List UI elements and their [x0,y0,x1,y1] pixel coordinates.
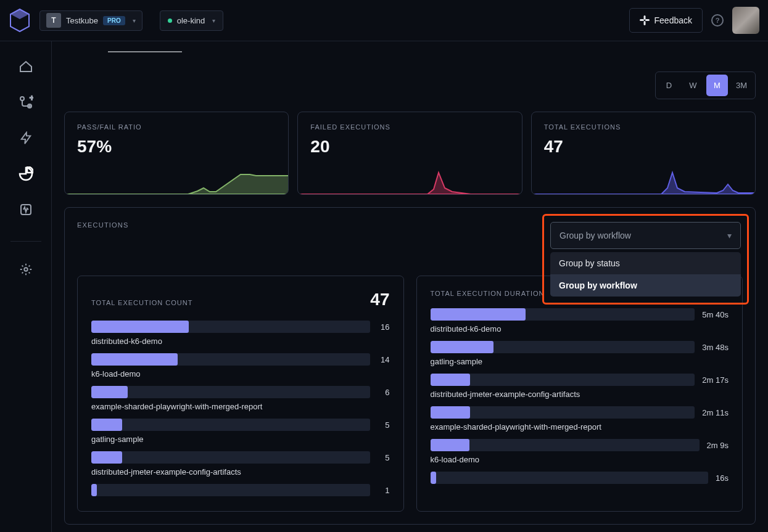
bar-value: 2m 17s [702,375,729,385]
slack-icon [640,15,650,25]
nav-status-icon[interactable] [18,202,34,218]
sparkline-chart [532,170,756,194]
chevron-down-icon: ▾ [212,17,215,24]
executions-panel: EXECUTIONS Group by workflow ▾ Group by … [64,207,756,525]
bar-value: 5 [378,420,390,430]
org-selector[interactable]: T Testkube PRO ▾ [39,10,142,31]
nav-settings-icon[interactable] [18,261,34,277]
range-day[interactable]: D [658,75,680,96]
metric-value: 47 [544,137,743,157]
svg-rect-0 [640,19,644,21]
metric-failed[interactable]: FAILED EXECUTIONS 20 [297,112,522,195]
svg-point-4 [20,97,24,100]
bar-fill [91,484,97,496]
range-group: D W M 3M [655,72,756,99]
bar-row[interactable]: 5m 40sdistributed-k6-demo [431,308,729,334]
bar-bg [431,472,709,484]
feedback-button[interactable]: Feedback [629,8,703,33]
bar-fill [431,439,469,451]
groupby-select[interactable]: Group by workflow ▾ [550,222,741,249]
metric-total[interactable]: TOTAL EXECUTIONS 47 [531,112,756,195]
nav-insights-icon[interactable] [18,166,34,182]
bar-row[interactable]: 2m 9sk6-load-demo [431,439,729,464]
svg-point-6 [29,105,30,107]
bar-row[interactable]: 2m 11sexample-sharded-playwright-with-me… [431,406,729,432]
bar-value: 16s [716,473,729,483]
status-dot-icon [168,18,172,23]
pro-badge: PRO [103,16,125,25]
bar-value: 5 [378,453,390,462]
exec-count-column: TOTAL EXECUTION COUNT 47 16distributed-k… [77,276,404,512]
bar-row[interactable]: 2m 17sdistributed-jmeter-example-config-… [431,374,729,399]
bar-bg [91,484,370,496]
svg-point-9 [24,268,28,271]
bar-row[interactable]: 14k6-load-demo [91,353,390,379]
bar-fill [431,472,436,484]
bar-fill [91,353,178,366]
bar-bg [91,419,370,431]
sparkline-chart [298,170,522,194]
svg-rect-2 [643,15,645,20]
svg-text:+: + [30,95,33,102]
metric-label: PASS/FAIL RATIO [77,123,276,131]
sparkline-chart [65,170,289,194]
bar-value: 2m 9s [707,441,729,450]
bar-label: k6-load-demo [91,369,390,379]
user-avatar[interactable] [732,7,759,34]
bar-row[interactable]: 16distributed-k6-demo [91,321,390,346]
exec-col-title: TOTAL EXECUTION DURATION [431,290,545,297]
range-week[interactable]: W [682,75,704,96]
bar-bg [431,341,695,353]
bar-fill [91,386,128,398]
bar-bg [91,321,370,333]
env-selector[interactable]: ole-kind ▾ [160,10,224,31]
env-name: ole-kind [177,16,205,25]
bar-label: distributed-jmeter-example-config-artifa… [91,467,390,477]
bar-label: gatling-sample [91,435,390,444]
active-tab-underline [108,51,182,52]
main-content: D W M 3M PASS/FAIL RATIO 57% FAILED EXEC… [52,41,768,532]
groupby-highlight: Group by workflow ▾ Group by status Grou… [542,214,749,305]
bar-row[interactable]: 5distributed-jmeter-example-config-artif… [91,451,390,477]
nav-triggers-icon[interactable] [18,130,34,146]
chevron-down-icon: ▾ [727,231,732,240]
bar-value: 5m 40s [702,310,729,319]
bar-label: gatling-sample [431,357,729,366]
bar-fill [431,308,526,321]
bar-fill [91,451,122,464]
bar-value: 14 [378,355,390,364]
groupby-option-status[interactable]: Group by status [550,252,741,274]
bar-bg [91,451,370,464]
bar-row[interactable]: 6example-sharded-playwright-with-merged-… [91,386,390,411]
metric-pass-fail[interactable]: PASS/FAIL RATIO 57% [64,112,289,195]
bar-value: 3m 48s [702,343,729,352]
bar-bg [431,308,695,321]
bar-fill [91,419,122,431]
bar-row[interactable]: 3m 48sgatling-sample [431,341,729,366]
bar-row[interactable]: 5gatling-sample [91,419,390,444]
exec-duration-column: TOTAL EXECUTION DURATION 5m 40sdistribut… [416,276,743,512]
range-month[interactable]: M [706,75,728,96]
bar-bg [91,353,370,366]
bar-row[interactable]: 1 [91,484,390,496]
bar-label: k6-load-demo [431,455,729,464]
range-3month[interactable]: 3M [730,75,753,96]
metric-value: 20 [310,137,509,157]
metric-value: 57% [77,137,276,157]
time-range: D W M 3M [64,72,756,99]
groupby-option-workflow[interactable]: Group by workflow [550,274,741,297]
nav-home-icon[interactable] [18,59,34,75]
help-button[interactable]: ? [711,14,724,27]
nav-divider [10,241,41,242]
bar-fill [431,406,470,419]
metric-label: TOTAL EXECUTIONS [544,123,743,131]
nav-workflows-icon[interactable]: + [18,94,34,110]
bar-bg [431,406,695,419]
groupby-options: Group by status Group by workflow [550,252,741,297]
svg-rect-1 [645,19,650,21]
bar-row[interactable]: 16s [431,472,729,484]
app-logo [9,7,31,34]
bar-value: 1 [378,486,390,495]
svg-rect-3 [643,21,645,25]
bar-label: distributed-jmeter-example-config-artifa… [431,390,729,399]
